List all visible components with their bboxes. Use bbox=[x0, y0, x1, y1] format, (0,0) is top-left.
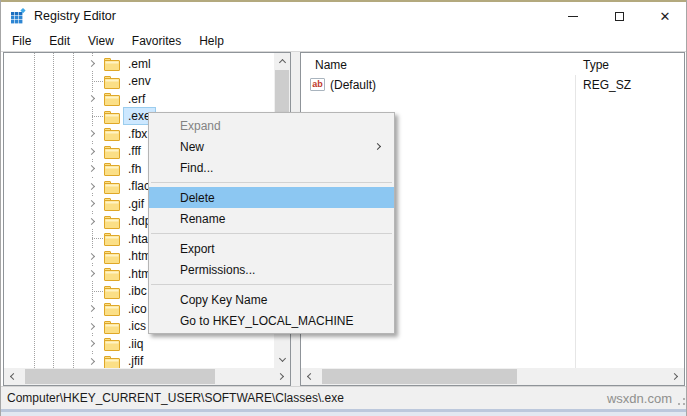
context-menu-item-label: Rename bbox=[180, 212, 225, 226]
context-menu-item-label: Permissions... bbox=[180, 263, 255, 277]
chevron-right-icon[interactable] bbox=[85, 302, 99, 316]
submenu-arrow-icon bbox=[374, 143, 381, 150]
chevron-right-icon[interactable] bbox=[85, 267, 99, 281]
tree-item-label[interactable]: .fh bbox=[124, 161, 145, 177]
column-divider[interactable] bbox=[575, 53, 576, 368]
scroll-left-icon[interactable] bbox=[301, 368, 317, 384]
folder-icon bbox=[104, 57, 120, 70]
tree-item-label[interactable]: .gif bbox=[124, 196, 148, 212]
status-path: Computer\HKEY_CURRENT_USER\SOFTWARE\Clas… bbox=[7, 391, 344, 405]
list-header: Name Type bbox=[301, 53, 684, 75]
maximize-icon bbox=[615, 12, 624, 21]
menu-separator bbox=[151, 233, 392, 234]
menu-view[interactable]: View bbox=[79, 31, 123, 51]
context-menu-item-permissions[interactable]: Permissions... bbox=[149, 259, 394, 280]
context-menu-item-label: Copy Key Name bbox=[180, 293, 267, 307]
context-menu-item-rename[interactable]: Rename bbox=[149, 208, 394, 229]
folder-icon bbox=[104, 162, 120, 175]
folder-icon bbox=[104, 75, 120, 88]
tree-item-label[interactable]: .erf bbox=[124, 91, 149, 107]
chevron-right-icon[interactable] bbox=[85, 249, 99, 263]
chevron-right-icon[interactable] bbox=[85, 197, 99, 211]
menu-file[interactable]: File bbox=[3, 31, 40, 51]
context-menu-item-delete[interactable]: Delete bbox=[149, 187, 394, 208]
folder-icon bbox=[104, 355, 120, 368]
value-row[interactable]: ab(Default)REG_SZ bbox=[301, 77, 684, 95]
context-menu-item-label: Expand bbox=[180, 119, 221, 133]
tree-item-label[interactable]: .env bbox=[124, 73, 155, 89]
context-menu-item-find[interactable]: Find... bbox=[149, 157, 394, 178]
string-value-icon: ab bbox=[310, 78, 325, 91]
tree-item[interactable]: .jfif bbox=[4, 353, 274, 369]
folder-icon bbox=[104, 92, 120, 105]
menu-favorites[interactable]: Favorites bbox=[123, 31, 190, 51]
column-header-type[interactable]: Type bbox=[583, 58, 609, 72]
tree-item-label[interactable]: .ico bbox=[124, 301, 151, 317]
scroll-down-icon[interactable] bbox=[274, 352, 290, 368]
tree-item[interactable]: .erf bbox=[4, 90, 274, 108]
menu-separator bbox=[151, 284, 392, 285]
folder-icon bbox=[104, 250, 120, 263]
titlebar: Registry Editor ✕ bbox=[1, 2, 687, 30]
tree-connector-line bbox=[92, 291, 103, 292]
menubar: FileEditViewFavoritesHelp bbox=[1, 30, 687, 52]
watermark: wsxdn.com bbox=[607, 391, 672, 406]
minimize-icon bbox=[568, 16, 578, 17]
minimize-button[interactable] bbox=[550, 2, 596, 30]
scroll-right-icon[interactable] bbox=[668, 368, 684, 384]
chevron-right-icon[interactable] bbox=[85, 162, 99, 176]
menu-help[interactable]: Help bbox=[190, 31, 233, 51]
values-horizontal-scrollbar[interactable] bbox=[301, 368, 684, 385]
context-menu-item-new[interactable]: New bbox=[149, 136, 394, 157]
chevron-right-icon[interactable] bbox=[85, 144, 99, 158]
scrollbar-thumb[interactable] bbox=[322, 369, 517, 384]
registry-app-icon bbox=[10, 8, 27, 25]
context-menu-item-go-to-hkey-local-machine[interactable]: Go to HKEY_LOCAL_MACHINE bbox=[149, 310, 394, 331]
chevron-right-icon[interactable] bbox=[85, 179, 99, 193]
folder-icon bbox=[104, 285, 120, 298]
tree-item[interactable]: .eml bbox=[4, 55, 274, 73]
chevron-right-icon[interactable] bbox=[85, 214, 99, 228]
chevron-right-icon[interactable] bbox=[85, 92, 99, 106]
tree-item-label[interactable]: .ibc bbox=[124, 283, 151, 299]
folder-icon bbox=[104, 110, 120, 123]
tree-connector-line bbox=[92, 81, 103, 82]
scrollbar-thumb[interactable] bbox=[25, 369, 215, 384]
maximize-button[interactable] bbox=[596, 2, 642, 30]
folder-icon bbox=[104, 302, 120, 315]
context-menu-item-label: Go to HKEY_LOCAL_MACHINE bbox=[180, 314, 353, 328]
tree-item-label[interactable]: .fff bbox=[124, 143, 145, 159]
chevron-right-icon[interactable] bbox=[85, 57, 99, 71]
chevron-right-icon[interactable] bbox=[85, 337, 99, 351]
tree-item-label[interactable]: .eml bbox=[124, 56, 155, 72]
tree-item-label[interactable]: .iiq bbox=[124, 336, 147, 352]
tree-item-label[interactable]: .ics bbox=[124, 318, 150, 334]
folder-icon bbox=[104, 320, 120, 333]
context-menu-item-label: New bbox=[180, 140, 204, 154]
menu-edit[interactable]: Edit bbox=[40, 31, 79, 51]
tree-horizontal-scrollbar[interactable] bbox=[4, 368, 290, 385]
context-menu-item-export[interactable]: Export bbox=[149, 238, 394, 259]
context-menu-item-label: Delete bbox=[180, 191, 215, 205]
chevron-right-icon[interactable] bbox=[85, 354, 99, 368]
close-button[interactable]: ✕ bbox=[642, 2, 687, 30]
tree-connector-line bbox=[92, 238, 103, 239]
close-icon: ✕ bbox=[660, 10, 671, 23]
context-menu-item-expand[interactable]: Expand bbox=[149, 115, 394, 136]
tree-item-label[interactable]: .jfif bbox=[124, 353, 147, 368]
folder-icon bbox=[104, 180, 120, 193]
scroll-right-icon[interactable] bbox=[274, 368, 290, 384]
scroll-left-icon[interactable] bbox=[4, 368, 20, 384]
tree-item[interactable]: .iiq bbox=[4, 335, 274, 353]
tree-connector-line bbox=[92, 116, 103, 117]
chevron-right-icon[interactable] bbox=[85, 319, 99, 333]
folder-icon bbox=[104, 127, 120, 140]
window-controls: ✕ bbox=[550, 2, 687, 30]
scroll-up-icon[interactable] bbox=[274, 53, 290, 69]
column-header-name[interactable]: Name bbox=[315, 58, 347, 72]
value-name[interactable]: (Default) bbox=[330, 78, 376, 92]
context-menu-item-copy-key-name[interactable]: Copy Key Name bbox=[149, 289, 394, 310]
chevron-right-icon[interactable] bbox=[85, 127, 99, 141]
resize-grip-icon bbox=[677, 397, 685, 405]
tree-item[interactable]: .env bbox=[4, 73, 274, 91]
